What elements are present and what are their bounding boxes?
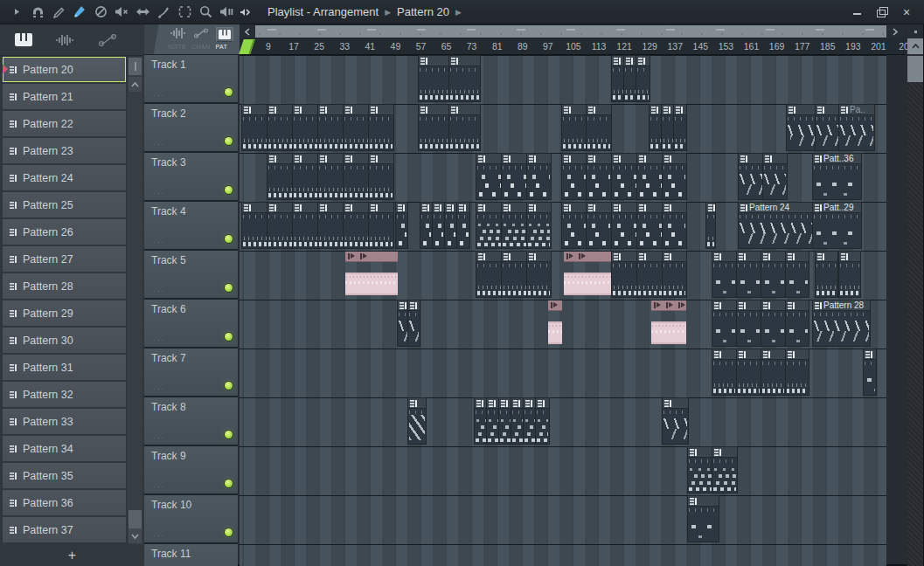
- minimize-button[interactable]: [852, 7, 863, 17]
- pattern-clip[interactable]: [419, 105, 449, 150]
- source-mode-note[interactable]: NOTE: [168, 44, 186, 50]
- timeline-ruler[interactable]: 9172533414957657381899710511312112913714…: [240, 38, 906, 55]
- pattern-clip[interactable]: [527, 252, 551, 297]
- pattern-clip[interactable]: [524, 398, 536, 444]
- track-header[interactable]: Track 11...: [144, 544, 238, 566]
- source-mode-chan[interactable]: CHAN: [191, 44, 210, 50]
- pattern-clip[interactable]: [242, 105, 267, 150]
- pattern-clip[interactable]: [674, 105, 686, 150]
- pattern-clip[interactable]: Patt..29: [813, 203, 861, 248]
- audio-clip[interactable]: [651, 300, 686, 346]
- pattern-clip[interactable]: [476, 252, 502, 297]
- audio-clip[interactable]: [564, 252, 615, 297]
- restore-button[interactable]: [877, 7, 887, 17]
- pattern-clip[interactable]: [267, 105, 293, 150]
- pattern-clip[interactable]: [420, 203, 432, 248]
- pencil-icon[interactable]: [49, 3, 68, 22]
- select-icon[interactable]: [175, 3, 194, 22]
- track-enable-led[interactable]: [225, 284, 233, 292]
- pattern-clip[interactable]: [663, 398, 688, 444]
- track-options-dots[interactable]: ...: [153, 186, 165, 196]
- pattern-list-item[interactable]: Pattern 22: [3, 111, 126, 136]
- pattern-clip[interactable]: [267, 203, 293, 248]
- pattern-list-item[interactable]: Pattern 25: [3, 192, 126, 217]
- pattern-clip[interactable]: Pa..: [839, 105, 874, 150]
- pattern-clip[interactable]: [712, 252, 736, 297]
- track-name[interactable]: Track 10: [151, 499, 191, 511]
- pattern-clip[interactable]: [527, 203, 551, 248]
- pattern-clip[interactable]: [786, 349, 809, 395]
- preview-icon[interactable]: [217, 3, 236, 22]
- vscroll-thumb[interactable]: [907, 56, 923, 82]
- pattern-clip[interactable]: [587, 154, 611, 199]
- pattern-list-item[interactable]: Pattern 26: [3, 219, 126, 245]
- track-header[interactable]: Track 4...: [144, 202, 238, 249]
- breadcrumb-playlist[interactable]: Playlist - Arrangement: [267, 5, 379, 18]
- source-mode-pat[interactable]: PAT: [215, 44, 227, 50]
- track-header[interactable]: Track 7...: [144, 349, 238, 396]
- pattern-clip[interactable]: [663, 154, 686, 199]
- pattern-clip[interactable]: [636, 56, 650, 101]
- track-options-dots[interactable]: ...: [153, 284, 165, 293]
- track-options-dots[interactable]: ...: [153, 333, 165, 342]
- pattern-clip[interactable]: [318, 105, 344, 150]
- pattern-clip[interactable]: Pattern 24: [739, 203, 813, 248]
- pattern-clip[interactable]: [293, 105, 318, 150]
- pattern-clip[interactable]: [688, 496, 719, 542]
- scroll-up-icon[interactable]: [907, 38, 923, 54]
- pattern-clip[interactable]: [706, 203, 715, 248]
- track-name[interactable]: Track 11: [151, 548, 191, 560]
- pattern-clip[interactable]: [612, 203, 637, 248]
- pattern-clip[interactable]: [476, 203, 502, 248]
- pattern-clip[interactable]: [536, 398, 549, 444]
- pattern-list-item[interactable]: Pattern 37: [3, 517, 126, 542]
- pattern-clip[interactable]: [369, 203, 393, 248]
- pattern-list-item[interactable]: Pattern 30: [3, 328, 126, 353]
- pattern-clip[interactable]: [562, 105, 587, 150]
- pattern-clip[interactable]: [344, 154, 369, 199]
- pattern-clip[interactable]: [369, 105, 393, 150]
- track-enable-led[interactable]: [225, 431, 233, 438]
- pattern-clip[interactable]: [688, 447, 712, 493]
- pattern-clip[interactable]: Patt..36: [813, 154, 861, 199]
- mute-icon[interactable]: [112, 3, 131, 22]
- pattern-clip[interactable]: [527, 154, 551, 199]
- pattern-clip[interactable]: [650, 105, 662, 150]
- pattern-clip[interactable]: [737, 252, 761, 297]
- scroll-right-icon[interactable]: [886, 24, 904, 38]
- pattern-list-item[interactable]: Pattern 32: [3, 382, 126, 407]
- pattern-clip[interactable]: [502, 252, 527, 297]
- pattern-clip[interactable]: [419, 56, 449, 101]
- pattern-clip[interactable]: [433, 203, 444, 248]
- pattern-clip[interactable]: [637, 252, 663, 297]
- pattern-list-item[interactable]: Pattern 35: [3, 463, 126, 488]
- scroll-up-icon[interactable]: [129, 77, 142, 92]
- track-enable-led[interactable]: [225, 186, 233, 194]
- pattern-clip[interactable]: [396, 203, 407, 248]
- automation-icon[interactable]: [194, 26, 208, 42]
- pattern-clip[interactable]: [476, 154, 502, 199]
- pattern-clip[interactable]: [487, 398, 499, 444]
- pattern-clip[interactable]: [267, 154, 293, 199]
- pattern-clip[interactable]: [242, 203, 267, 248]
- pattern-clip[interactable]: [449, 56, 480, 101]
- pattern-clip[interactable]: [369, 154, 393, 199]
- pattern-list-item[interactable]: Pattern 24: [3, 165, 126, 190]
- pattern-clip[interactable]: [408, 398, 426, 444]
- pattern-clip[interactable]: [637, 154, 663, 199]
- track-name[interactable]: Track 1: [151, 59, 186, 71]
- track-name[interactable]: Track 8: [151, 401, 186, 413]
- pattern-clip[interactable]: [612, 154, 637, 199]
- pattern-list-item[interactable]: Pattern 34: [3, 436, 126, 461]
- pattern-clip[interactable]: [612, 252, 637, 297]
- pattern-clip[interactable]: [739, 154, 763, 199]
- track-enable-led[interactable]: [225, 528, 233, 536]
- pattern-clip[interactable]: [293, 154, 318, 199]
- close-button[interactable]: ×: [901, 7, 912, 17]
- scroll-left-icon[interactable]: [240, 24, 255, 38]
- pattern-list-item[interactable]: Pattern 21: [3, 84, 126, 109]
- pattern-clip[interactable]: [737, 300, 761, 346]
- pattern-clip[interactable]: [737, 349, 761, 395]
- track-name[interactable]: Track 2: [151, 107, 186, 120]
- menu-arrow-icon[interactable]: [7, 3, 26, 22]
